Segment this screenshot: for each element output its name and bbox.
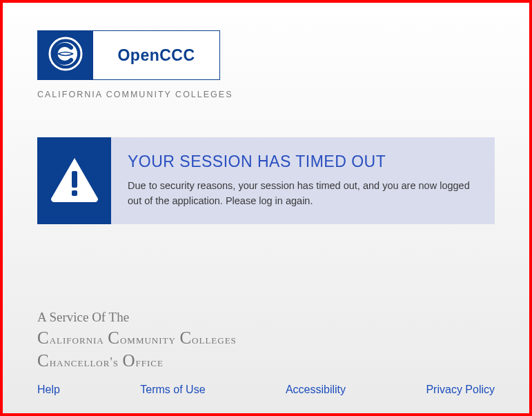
agency-name: California Community Colleges Chancellor… (37, 326, 495, 373)
alert-content: YOUR SESSION HAS TIMED OUT Due to securi… (111, 137, 495, 224)
logo-subtitle: CALIFORNIA COMMUNITY COLLEGES (37, 90, 495, 99)
service-of-text: A Service Of The (37, 310, 495, 325)
agency-line-2: Chancellor's Office (37, 355, 164, 369)
logo-block: OpenCCC (37, 30, 220, 80)
footer-links: Help Terms of Use Accessibility Privacy … (37, 384, 495, 396)
openccc-logo-icon (48, 37, 83, 74)
svg-rect-3 (72, 190, 77, 196)
privacy-link[interactable]: Privacy Policy (426, 384, 495, 396)
alert-title: YOUR SESSION HAS TIMED OUT (128, 152, 478, 171)
terms-link[interactable]: Terms of Use (140, 384, 205, 396)
help-link[interactable]: Help (37, 384, 60, 396)
alert-message: Due to security reasons, your session ha… (128, 178, 478, 209)
logo-text: OpenCCC (93, 31, 219, 79)
session-timeout-alert: YOUR SESSION HAS TIMED OUT Due to securi… (37, 137, 495, 224)
alert-icon-wrap (37, 137, 111, 224)
warning-triangle-icon (50, 156, 99, 206)
accessibility-link[interactable]: Accessibility (286, 384, 346, 396)
svg-rect-2 (72, 171, 77, 188)
footer: A Service Of The California Community Co… (37, 310, 495, 397)
agency-line-1: California Community Colleges (37, 333, 237, 346)
logo-medallion (38, 31, 93, 79)
